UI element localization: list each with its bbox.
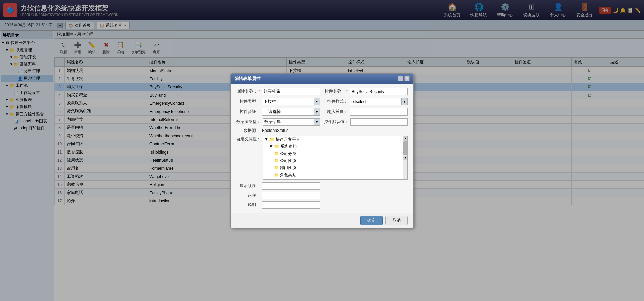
modal-tree-degree[interactable]: 📁 学位 [263, 179, 407, 180]
options-label: 选项： [236, 193, 260, 198]
ctrl-type-label: 控件类型： [236, 99, 260, 104]
ctrl-default-row: 控件默认值： [324, 118, 408, 126]
tree-role-cat-label: 角色类别 [280, 172, 296, 178]
modal-tree-company-type[interactable]: 📁 公司性质 [263, 157, 407, 164]
ctrl-style-dropdown-btn[interactable]: ▼ [401, 98, 407, 105]
modal-minimize-button[interactable]: _ [398, 76, 403, 81]
tree-folder-icon: 📁 [274, 144, 279, 149]
ctrl-style-row: 控件样式： txtselect ▼ [324, 98, 408, 105]
ctrl-name-label: 控件名称： [324, 88, 348, 94]
scroll-down-button[interactable]: ▼ [403, 156, 408, 160]
datasource-type-row: 数据源类型： 数据字典 ▼ [236, 118, 320, 126]
ctrl-validate-label: 控件验证： [236, 109, 260, 115]
custom-attr-section: 自定义属性： ▼ 📁 快速开发平台 ▼ 📁 系统资料 [236, 136, 408, 180]
datasource-type-select[interactable]: 数据字典 ▼ [263, 118, 320, 126]
attr-name-label: 属性名称： [236, 88, 260, 94]
tree-scrollbar[interactable]: ▲ ▼ [403, 136, 407, 179]
tree-sys-label: 系统资料 [280, 144, 297, 149]
modal-body: 属性名称： 控件名称： 控件类型： 下拉框 ▼ 控件样式： [231, 84, 413, 213]
edit-modal: 编辑表单属性 _ ✕ 属性名称： 控件名称： 控件类型： [230, 73, 414, 228]
cancel-button[interactable]: 取消 [385, 216, 408, 225]
modal-tree-dept-type[interactable]: 📁 部门性质 [263, 164, 407, 172]
modal-title: 编辑表单属性 [234, 76, 261, 82]
ctrl-type-value: 下拉框 [262, 98, 314, 105]
datasource-type-label: 数据源类型： [236, 119, 261, 125]
modal-titlebar: 编辑表单属性 _ ✕ [231, 74, 413, 84]
modal-tree-company-cat[interactable]: 📁 公司分类 [263, 150, 407, 157]
modal-overlay: 编辑表单属性 _ ✕ 属性名称： 控件名称： 控件类型： [0, 0, 644, 301]
options-row: 选项： [236, 192, 320, 199]
ctrl-style-label: 控件样式： [324, 99, 348, 104]
tree-company-cat-label: 公司分类 [280, 151, 296, 157]
confirm-button[interactable]: 确定 [360, 216, 383, 225]
tree-expand-icon: ▼ [269, 144, 273, 149]
modal-tree-sys[interactable]: ▼ 📁 系统资料 [263, 143, 407, 150]
tree-expand-icon: ▼ [264, 137, 268, 142]
scroll-thumb[interactable] [403, 141, 407, 155]
desc-label: 说明： [236, 202, 260, 208]
custom-attr-tree: ▼ 📁 快速开发平台 ▼ 📁 系统资料 📁 公司分类 [263, 136, 408, 180]
tree-folder-icon: 📁 [274, 165, 279, 170]
input-len-row: 输入长度： [324, 108, 408, 116]
ctrl-validate-select[interactable]: ==请选择== ▼ [262, 108, 320, 116]
tree-folder-icon: 📁 [269, 137, 275, 142]
ctrl-validate-value: ==请选择== [262, 108, 314, 115]
desc-row: 说明： [236, 201, 320, 209]
modal-close-button[interactable]: ✕ [404, 76, 410, 81]
datasource-type-dropdown-btn[interactable]: ▼ [314, 119, 320, 125]
display-order-row: 显示顺序： [236, 182, 320, 190]
datasource-row: 数据源： BooleanStatus [236, 128, 408, 134]
display-order-label: 显示顺序： [236, 183, 260, 189]
attr-name-row: 属性名称： [236, 88, 320, 95]
tree-company-type-label: 公司性质 [280, 158, 296, 164]
datasource-label: 数据源： [236, 128, 260, 134]
desc-input[interactable] [262, 201, 320, 209]
tree-folder-icon: 📁 [274, 173, 279, 177]
scroll-up-button[interactable]: ▲ [403, 136, 408, 141]
modal-tree-role-cat[interactable]: 📁 角色类别 [263, 172, 407, 179]
ctrl-name-input[interactable] [350, 88, 408, 95]
options-input[interactable] [262, 192, 320, 199]
ctrl-style-select[interactable]: txtselect ▼ [350, 98, 408, 105]
ctrl-default-label: 控件默认值： [324, 119, 348, 125]
display-order-input[interactable] [262, 182, 320, 190]
modal-title-buttons: _ ✕ [398, 76, 410, 81]
modal-tree-root[interactable]: ▼ 📁 快速开发平台 [263, 136, 407, 143]
tree-folder-icon: 📁 [274, 158, 279, 163]
attr-name-input[interactable] [262, 88, 320, 95]
input-len-input[interactable] [350, 108, 408, 116]
ctrl-type-dropdown-btn[interactable]: ▼ [314, 98, 320, 105]
ctrl-type-select[interactable]: 下拉框 ▼ [262, 98, 320, 105]
ctrl-name-row: 控件名称： [324, 88, 408, 95]
tree-root-label: 快速开发平台 [276, 137, 300, 142]
ctrl-validate-dropdown-btn[interactable]: ▼ [314, 108, 320, 115]
tree-folder-icon: 📁 [274, 151, 279, 156]
ctrl-style-value: txtselect [350, 99, 401, 105]
input-len-label: 输入长度： [324, 109, 348, 115]
datasource-type-value: 数据字典 [263, 118, 314, 125]
custom-attr-label: 自定义属性： [236, 136, 261, 142]
datasource-value: BooleanStatus [262, 128, 288, 133]
ctrl-type-row: 控件类型： 下拉框 ▼ [236, 98, 320, 105]
ctrl-default-input[interactable] [350, 118, 408, 126]
modal-footer: 确定 取消 [231, 213, 413, 228]
ctrl-validate-row: 控件验证： ==请选择== ▼ [236, 108, 320, 116]
tree-dept-type-label: 部门性质 [280, 165, 296, 171]
tree-degree-label: 学位 [280, 179, 288, 180]
